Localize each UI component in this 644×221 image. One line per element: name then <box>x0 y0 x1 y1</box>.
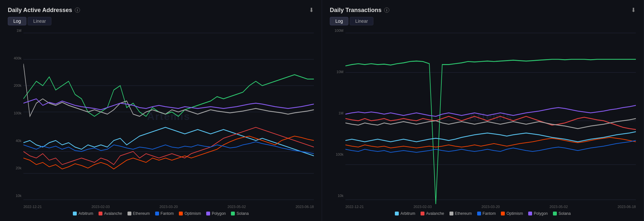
legend2-polygon: Polygon <box>528 211 548 216</box>
panel2-y-axis: 100M 10M 1M 100k 10k <box>330 29 345 204</box>
panel1-legend: Arbitrum Avalanche Ethereum Fantom Optim… <box>8 211 314 216</box>
daily-active-addresses-panel: Daily Active Addresses i ⬇ Log Linear 1M… <box>0 0 322 221</box>
panel2-download-icon[interactable]: ⬇ <box>631 6 636 14</box>
panel1-download-icon[interactable]: ⬇ <box>309 6 314 14</box>
panel1-title-text: Daily Active Addresses <box>8 7 72 14</box>
panel1-chart-area: 1M 400k 200k 100k 40k 20k 10k Artemis <box>8 29 314 204</box>
panel2-log-button[interactable]: Log <box>330 17 348 25</box>
panel2-linear-button[interactable]: Linear <box>350 17 373 25</box>
legend2-ethereum: Ethereum <box>449 211 472 216</box>
panel2-x-axis: 2022-12-21 2023-02-03 2023-03-20 2023-05… <box>330 205 636 209</box>
daily-transactions-panel: Daily Transactions i ⬇ Log Linear 100M 1… <box>322 0 644 221</box>
panel2-svg <box>345 29 636 204</box>
panel1-info-icon[interactable]: i <box>75 7 80 13</box>
panel2-canvas: Artemis <box>345 29 636 204</box>
panel1-linear-button[interactable]: Linear <box>28 17 51 25</box>
legend2-arbitrum: Arbitrum <box>395 211 415 216</box>
panel2-title-text: Daily Transactions <box>330 7 382 14</box>
panel1-header: Daily Active Addresses i ⬇ <box>8 6 314 14</box>
panel1-canvas: Artemis <box>23 29 314 204</box>
panel2-header: Daily Transactions i ⬇ <box>330 6 636 14</box>
panel1-x-axis: 2022-12-21 2023-02-03 2023-03-20 2023-05… <box>8 205 314 209</box>
panel1-log-button[interactable]: Log <box>8 17 26 25</box>
panel1-y-axis: 1M 400k 200k 100k 40k 20k 10k <box>8 29 23 204</box>
legend2-solana: Solana <box>553 211 570 216</box>
panel2-info-icon[interactable]: i <box>384 7 389 13</box>
legend2-avalanche: Avalanche <box>421 211 444 216</box>
legend2-optimism: Optimism <box>501 211 523 216</box>
legend-polygon: Polygon <box>206 211 226 216</box>
legend-solana: Solana <box>231 211 248 216</box>
panel1-toggle-group: Log Linear <box>8 17 314 25</box>
panel2-chart-area: 100M 10M 1M 100k 10k Artemis <box>330 29 636 204</box>
legend-optimism: Optimism <box>179 211 201 216</box>
legend2-fantom: Fantom <box>477 211 496 216</box>
legend-fantom: Fantom <box>155 211 174 216</box>
legend-avalanche: Avalanche <box>99 211 122 216</box>
legend-arbitrum: Arbitrum <box>73 211 93 216</box>
legend-ethereum: Ethereum <box>127 211 150 216</box>
panel2-toggle-group: Log Linear <box>330 17 636 25</box>
panel1-title: Daily Active Addresses i <box>8 7 80 14</box>
panel2-legend: Arbitrum Avalanche Ethereum Fantom Optim… <box>330 211 636 216</box>
panel2-title: Daily Transactions i <box>330 7 389 14</box>
panel1-svg <box>23 29 314 204</box>
